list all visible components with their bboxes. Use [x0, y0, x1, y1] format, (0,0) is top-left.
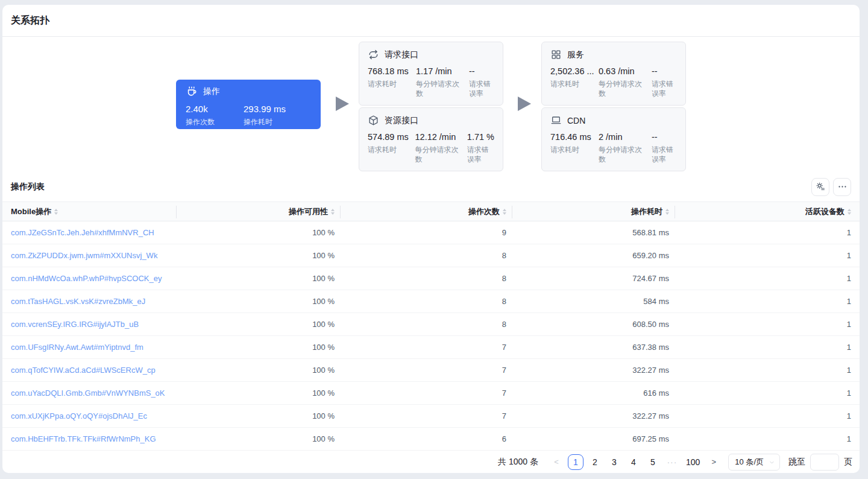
pagination-total: 共 1000 条	[498, 457, 538, 468]
pagination-page-3[interactable]: 3	[606, 454, 622, 470]
column-header-count[interactable]: 操作次数	[341, 202, 512, 221]
column-label: 操作次数	[468, 206, 500, 217]
table-row: com.ZkZPUDDx.jwm.jwm#mXXUNsvj_Wk 100 % 8…	[2, 244, 860, 267]
cup-icon	[186, 86, 198, 98]
column-header-mobile-operation[interactable]: Mobile操作	[2, 202, 177, 221]
metric: 1.71 % 请求错误率	[467, 132, 494, 164]
metric-value: --	[652, 132, 677, 142]
metric-label: 请求错误率	[652, 145, 677, 164]
count-cell: 7	[341, 359, 512, 381]
grid-icon	[550, 49, 562, 60]
column-label: Mobile操作	[11, 206, 51, 217]
loop-icon	[368, 49, 379, 60]
duration-cell: 616 ms	[512, 382, 675, 404]
metric: 1.17 /min 每分钟请求次数	[416, 66, 464, 98]
operation-link[interactable]: com.nHMdWcOa.whP.whP#hvpSCOCK_ey	[11, 274, 162, 283]
node-title: 服务	[567, 49, 584, 60]
topology-node-operation[interactable]: 操作 2.40k 操作次数 293.99 ms 操作耗时	[176, 80, 321, 129]
sort-icon[interactable]	[665, 209, 669, 215]
availability-cell: 100 %	[177, 405, 341, 427]
pagination-next-button[interactable]: >	[706, 454, 722, 470]
metric-value: 2 /min	[599, 132, 647, 142]
metric-label: 每分钟请求次数	[416, 79, 464, 98]
devices-cell: 1	[675, 244, 860, 267]
sort-icon[interactable]	[331, 209, 335, 215]
table-body: com.JZeGSnTc.Jeh.Jeh#xhfMmNVR_CH 100 % 9…	[2, 221, 860, 451]
metric-value: 0.63 /min	[599, 66, 647, 76]
metric: -- 请求错误率	[652, 132, 677, 164]
pagination-page-5[interactable]: 5	[645, 454, 661, 470]
table-row: com.qTofCYIW.aCd.aCd#LWScERcW_cp 100 % 7…	[2, 359, 860, 382]
operation-link[interactable]: com.xUXjKPpa.oQY.oQY#ojsDhAlJ_Ec	[11, 411, 147, 420]
availability-cell: 100 %	[177, 382, 341, 404]
table-row: com.UFsgIRNy.Awt.Awt#mYiptnvd_fm 100 % 7…	[2, 336, 860, 359]
metric-value: 716.46 ms	[550, 132, 594, 142]
operation-link[interactable]: com.tTasHAGL.vsK.vsK#zvreZbMk_eJ	[11, 297, 145, 306]
count-cell: 6	[341, 428, 512, 450]
jump-to-page-input[interactable]	[810, 454, 839, 471]
devices-cell: 1	[675, 382, 860, 404]
devices-cell: 1	[675, 221, 860, 244]
column-header-duration[interactable]: 操作耗时	[512, 202, 675, 221]
metric-label: 请求耗时	[368, 79, 411, 89]
chevron-down-icon	[769, 460, 775, 465]
column-label: 操作耗时	[631, 206, 662, 217]
devices-cell: 1	[675, 313, 860, 335]
column-label: 操作可用性	[289, 206, 328, 217]
availability-cell: 100 %	[177, 313, 341, 335]
operation-link[interactable]: com.uYacDQLI.Gmb.Gmb#VnWYNBmS_oK	[11, 389, 165, 398]
pagination-page-2[interactable]: 2	[587, 454, 603, 470]
pagination-page-1[interactable]: 1	[568, 454, 583, 470]
availability-cell: 100 %	[177, 267, 341, 290]
page-size-select[interactable]: 10 条/页	[728, 454, 780, 471]
pagination-page-100[interactable]: 100	[684, 454, 702, 470]
operation-link[interactable]: com.ZkZPUDDx.jwm.jwm#mXXUNsvj_Wk	[11, 251, 157, 260]
column-header-availability[interactable]: 操作可用性	[177, 202, 341, 221]
metric-value: 574.89 ms	[368, 132, 410, 142]
more-button[interactable]	[833, 178, 851, 196]
operation-link[interactable]: com.HbEHFTrb.TFk.TFk#RfWrNmPh_KG	[11, 434, 156, 443]
metric-value: 768.18 ms	[368, 66, 411, 76]
sort-icon[interactable]	[54, 209, 58, 215]
operation-list-header: 操作列表	[2, 172, 860, 201]
topology-canvas: 操作 2.40k 操作次数 293.99 ms 操作耗时	[2, 37, 860, 172]
metric-label: 每分钟请求次数	[599, 79, 647, 98]
count-cell: 8	[341, 244, 512, 267]
duration-cell: 568.81 ms	[512, 221, 675, 244]
metric: -- 请求错误率	[469, 66, 494, 98]
pagination-page-4[interactable]: 4	[626, 454, 641, 470]
pagination-ellipsis[interactable]: ···	[664, 454, 680, 470]
count-cell: 8	[341, 267, 512, 290]
availability-cell: 100 %	[177, 359, 341, 381]
availability-cell: 100 %	[177, 336, 341, 358]
metric-value: --	[652, 66, 677, 76]
duration-cell: 584 ms	[512, 290, 675, 312]
node-title: 资源接口	[385, 115, 418, 126]
topology-node-request-api[interactable]: 请求接口 768.18 ms 请求耗时 1.17 /min 每分钟请求次数 --…	[359, 42, 503, 106]
devices-cell: 1	[675, 336, 860, 358]
topology-node-cdn[interactable]: CDN 716.46 ms 请求耗时 2 /min 每分钟请求次数 -- 请求错…	[541, 107, 686, 171]
sort-icon[interactable]	[848, 209, 851, 215]
metric-value: 2.40k	[186, 104, 239, 114]
sort-icon[interactable]	[503, 209, 506, 215]
metric-label: 请求耗时	[550, 145, 594, 154]
table-row: com.nHMdWcOa.whP.whP#hvpSCOCK_ey 100 % 8…	[2, 267, 860, 290]
topology-node-resource-api[interactable]: 资源接口 574.89 ms 请求耗时 12.12 /min 每分钟请求次数 1…	[359, 107, 503, 171]
operation-link[interactable]: com.UFsgIRNy.Awt.Awt#mYiptnvd_fm	[11, 343, 143, 352]
metric-value: 1.71 %	[467, 132, 494, 142]
devices-cell: 1	[675, 428, 860, 450]
count-cell: 7	[341, 336, 512, 358]
pagination-prev-button[interactable]: <	[549, 454, 564, 470]
operation-link[interactable]: com.qTofCYIW.aCd.aCd#LWScERcW_cp	[11, 366, 156, 375]
metric: 12.12 /min 每分钟请求次数	[415, 132, 462, 164]
laptop-icon	[550, 115, 562, 126]
operation-link[interactable]: com.JZeGSnTc.Jeh.Jeh#xhfMmNVR_CH	[11, 228, 154, 237]
column-settings-button[interactable]	[811, 178, 829, 196]
operation-link[interactable]: com.vcrenSEy.IRG.IRG#ijylAJTb_uB	[11, 320, 139, 329]
operation-list-title: 操作列表	[11, 182, 45, 192]
metric-label: 请求错误率	[469, 79, 494, 98]
topology-node-service[interactable]: 服务 2,502.36 ... 请求耗时 0.63 /min 每分钟请求次数 -…	[541, 42, 686, 106]
column-header-devices[interactable]: 活跃设备数	[675, 202, 860, 221]
availability-cell: 100 %	[177, 244, 341, 267]
metric-label: 请求错误率	[467, 145, 494, 164]
